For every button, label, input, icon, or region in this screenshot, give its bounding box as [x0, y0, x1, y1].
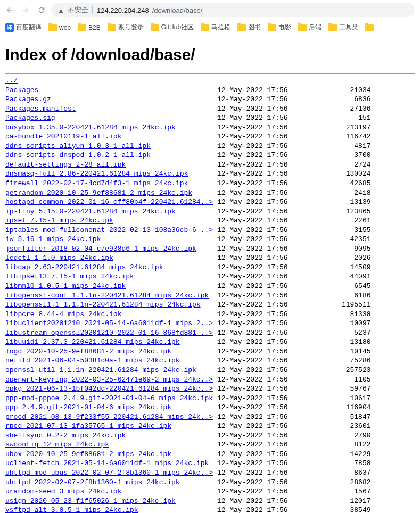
file-link[interactable]: ca-bundle 20210119-1 all.ipk: [5, 133, 121, 140]
file-link[interactable]: iw 5.16-1 mips 24kc.ipk: [5, 235, 101, 243]
bookmark-item[interactable]: 工具类: [328, 23, 358, 32]
file-link[interactable]: usign 2020-05-23-f1f65026-1 mips 24kc.ip…: [5, 497, 176, 505]
file-link[interactable]: Packages.manifest: [5, 105, 76, 113]
bookmark-item[interactable]: B2B: [78, 24, 101, 31]
file-link[interactable]: ppp 2.4.9.git-2021-01-04-6 mips 24kc.ipk: [5, 403, 171, 411]
bookmark-item[interactable]: 译百度翻译: [5, 23, 42, 32]
bookmark-label: 马拉松: [211, 23, 230, 32]
forward-button[interactable]: [21, 6, 30, 14]
file-link[interactable]: openssl-util 1.1.1n-220421.61284 mips 24…: [5, 366, 196, 374]
bookmark-item[interactable]: GitHub社区: [151, 23, 194, 32]
folder-icon: [151, 24, 159, 31]
bookmark-label: 百度翻译: [16, 23, 42, 32]
bookmark-item[interactable]: web: [48, 24, 71, 31]
bookmark-label: GitHub社区: [161, 23, 194, 32]
file-link[interactable]: shellsync 0.2-2 mips 24kc.ipk: [5, 432, 126, 440]
page-title: Index of /download/base/: [5, 46, 415, 64]
file-link[interactable]: firewall 2022-02-17-4cd7d4f3-1 mips 24kc…: [5, 179, 188, 187]
file-link[interactable]: iptables-mod-fullconenat 2022-02-13-108a…: [5, 226, 213, 234]
bookmarks-bar: 译百度翻译webB2B账号登录GitHub社区马拉松图书电影后端工具类: [0, 20, 420, 35]
bookmark-label: 电影: [278, 23, 291, 32]
file-link[interactable]: uclient-fetch 2021-05-14-6a6011df-1 mips…: [5, 459, 209, 467]
file-link[interactable]: Packages.gz: [5, 95, 51, 103]
folder-icon: [48, 24, 57, 31]
file-link[interactable]: libipset13 7.15-1 mips 24kc.ipk: [5, 272, 134, 280]
file-link[interactable]: netifd 2021-06-04-50381d0a-1 mips 24kc.i…: [5, 357, 180, 365]
file-link[interactable]: ipset 7.15-1 mips 24kc.ipk: [5, 217, 113, 225]
directory-listing: ../ Packages 12-May-2022 17:56 21034 Pac…: [5, 76, 415, 513]
file-link[interactable]: procd 2021-08-13-9f233f55-220421.61284 m…: [5, 413, 213, 421]
bookmark-item[interactable]: [365, 24, 376, 31]
file-link[interactable]: getrandom 2020-10-25-9ef88681-2 mips 24k…: [5, 189, 192, 197]
file-link[interactable]: libustream-openssl20201210 2022-01-16-86…: [5, 329, 213, 337]
bookmark-label: 账号登录: [118, 23, 144, 32]
translate-icon: 译: [5, 23, 14, 32]
url-divider: |: [92, 5, 94, 15]
file-link[interactable]: Packages.sig: [5, 114, 55, 122]
bookmark-label: 图书: [248, 23, 261, 32]
file-link[interactable]: openwrt-keyring 2022-03-25-62471e69-2 mi…: [5, 376, 213, 384]
file-link[interactable]: swconfig 12 mips 24kc.ipk: [5, 441, 109, 449]
folder-icon: [365, 24, 374, 31]
file-link[interactable]: libopenssl-conf 1.1.1n-220421.61284 mips…: [5, 292, 209, 300]
bookmark-label: web: [59, 24, 71, 31]
page-content: Index of /download/base/ ../ Packages 12…: [0, 35, 420, 513]
bookmark-label: 后端: [309, 23, 322, 32]
file-link[interactable]: ip-tiny 5.15.0-220421.61284 mips 24kc.ip…: [5, 208, 176, 216]
url-host: 124.220.204.248: [97, 6, 149, 14]
file-link[interactable]: libopenssl1.1 1.1.1n-220421.61284 mips 2…: [5, 301, 201, 309]
parent-link[interactable]: ../: [5, 77, 18, 85]
nav-arrows: [5, 6, 46, 14]
file-link[interactable]: default-settings 2-28 all.ipk: [5, 161, 126, 169]
file-link[interactable]: uhttpd-mod-ubus 2022-02-07-2f8b1360-1 mi…: [5, 469, 213, 477]
folder-icon: [108, 24, 116, 31]
folder-icon: [237, 24, 246, 31]
folder-icon: [268, 24, 276, 31]
file-link[interactable]: opkg 2021-06-13-1bf042dd-220421.61284 mi…: [5, 385, 213, 393]
url-bar[interactable]: ▲ 不安全 | 124.220.204.248/download/base/: [51, 3, 415, 17]
file-link[interactable]: urandom-seed 3 mips 24kc.ipk: [5, 487, 121, 495]
bookmark-label: B2B: [88, 24, 101, 31]
file-link[interactable]: ddns-scripts dnspod 1.0.2-1 all.ipk: [5, 151, 151, 159]
insecure-label: 不安全: [68, 5, 88, 15]
file-link[interactable]: hostapd-common 2022-01-16-cff80b4f-22042…: [5, 198, 213, 206]
file-link[interactable]: vsftpd-alt 3.0.5-1 mips 24kc.ipk: [5, 506, 138, 513]
file-link[interactable]: Packages: [5, 86, 38, 94]
bookmark-item[interactable]: 电影: [268, 23, 291, 32]
folder-icon: [328, 24, 337, 31]
file-link[interactable]: jsonfilter 2018-02-04-c7e938d6-1 mips 24…: [5, 245, 196, 253]
browser-toolbar: ▲ 不安全 | 124.220.204.248/download/base/: [0, 0, 420, 20]
folder-icon: [78, 24, 86, 31]
file-link[interactable]: logd 2020-10-25-9ef88681-2 mips 24kc.ipk: [5, 347, 171, 355]
file-link[interactable]: libuclient20201210 2021-05-14-6a6011df-1…: [5, 319, 213, 327]
file-link[interactable]: libmnl0 1.0.5-1 mips 24kc.ipk: [5, 282, 126, 290]
folder-icon: [201, 24, 209, 31]
divider-top: [5, 73, 415, 74]
back-button[interactable]: [5, 6, 14, 14]
file-link[interactable]: libpcre 8.44-4 mips 24kc.ipk: [5, 310, 121, 318]
bookmark-item[interactable]: 后端: [298, 23, 322, 32]
bookmark-item[interactable]: 账号登录: [108, 23, 144, 32]
file-link[interactable]: ddns-scripts aliyun 1.0.3-1 all.ipk: [5, 142, 151, 150]
folder-icon: [298, 24, 307, 31]
warning-icon: ▲: [57, 6, 64, 14]
file-link[interactable]: dnsmasq-full 2.86-220421.61284 mips 24kc…: [5, 170, 188, 178]
url-path: /download/base/: [152, 6, 203, 14]
reload-button[interactable]: [37, 6, 46, 14]
file-link[interactable]: libuuid1 2.37.3-220421.61284 mips 24kc.i…: [5, 338, 180, 346]
file-link[interactable]: ledctl 1-1.0 mips 24kc.ipk: [5, 254, 113, 262]
file-link[interactable]: ppp-mod-pppoe 2.4.9.git-2021-01-04-6 mip…: [5, 394, 213, 402]
bookmark-item[interactable]: 马拉松: [201, 23, 230, 32]
bookmark-label: 工具类: [339, 23, 358, 32]
file-link[interactable]: libcap 2.63-220421.61284 mips 24kc.ipk: [5, 263, 163, 271]
file-link[interactable]: busybox 1.35.0-220421.61284 mips 24kc.ip…: [5, 123, 176, 131]
file-link[interactable]: uhttpd 2022-02-07-2f8b1360-1 mips 24kc.i…: [5, 478, 180, 486]
file-link[interactable]: ubox 2020-10-25-9ef88681-2 mips 24kc.ipk: [5, 450, 171, 458]
file-link[interactable]: rpcd 2021-07-13-1fa35765-1 mips 24kc.ipk: [5, 422, 171, 430]
bookmark-item[interactable]: 图书: [237, 23, 261, 32]
